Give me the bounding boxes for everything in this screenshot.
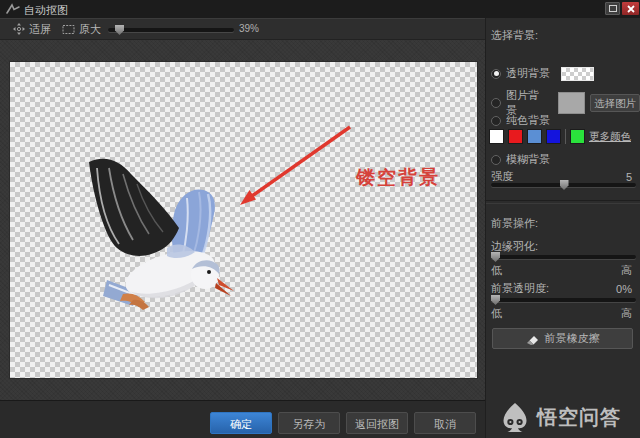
app-logo-icon (6, 3, 20, 17)
choose-image-button[interactable]: 选择图片 (590, 94, 640, 112)
strength-slider-thumb[interactable] (560, 180, 569, 190)
foreground-title: 前景操作: (491, 216, 538, 231)
low-label: 低 (491, 306, 502, 321)
opacity-slider-thumb[interactable] (491, 295, 500, 305)
wukong-logo-icon (500, 402, 530, 432)
color-swatch-blue[interactable] (546, 129, 561, 144)
zoom-slider[interactable] (108, 25, 234, 35)
option-label[interactable]: 纯色背景 (506, 113, 550, 128)
save-as-button[interactable]: 另存为 (278, 412, 340, 434)
color-swatch-red[interactable] (508, 129, 523, 144)
titlebar: 自动抠图 (0, 0, 640, 18)
opacity-slider[interactable] (491, 295, 636, 305)
radio-solid-bg[interactable] (491, 116, 501, 126)
background-panel: 选择背景: 透明背景 图片背景 选择图片 纯色背景 更多颜 (485, 18, 640, 438)
original-size-label: 原大 (79, 22, 101, 37)
footer-bar: 确定 另存为 返回抠图 取消 (0, 400, 485, 438)
fit-screen-icon (13, 23, 25, 35)
more-colors-link[interactable]: 更多颜色 (589, 130, 631, 144)
opacity-slider-track[interactable] (491, 298, 636, 302)
zoom-slider-thumb[interactable] (115, 25, 124, 35)
panel-divider (486, 200, 640, 204)
high-label: 高 (621, 306, 632, 321)
edge-feather-slider-track[interactable] (491, 255, 636, 259)
maximize-button[interactable] (605, 2, 620, 15)
ok-button[interactable]: 确定 (210, 412, 272, 434)
color-swatch-row: 更多颜色 (489, 129, 631, 144)
option-label[interactable]: 模糊背景 (506, 152, 550, 167)
color-swatch-white[interactable] (489, 129, 504, 144)
color-swatch-green[interactable] (570, 129, 585, 144)
section-title: 选择背景: (491, 28, 538, 43)
window-title: 自动抠图 (24, 3, 68, 18)
fit-screen-label: 适屏 (29, 22, 51, 37)
close-button[interactable] (622, 2, 639, 15)
fit-screen-button[interactable]: 适屏 (13, 19, 51, 39)
swatch-divider (565, 129, 566, 144)
opacity-scale: 低 高 (491, 306, 632, 321)
watermark: 悟空问答 (500, 402, 621, 432)
edge-feather-slider-thumb[interactable] (491, 252, 500, 262)
eraser-icon (526, 332, 539, 345)
original-size-icon (62, 24, 75, 35)
low-label: 低 (491, 263, 502, 278)
zoom-slider-track[interactable] (108, 28, 234, 32)
edge-feather-scale: 低 高 (491, 263, 632, 278)
original-size-button[interactable]: 原大 (62, 19, 101, 39)
toolbar: 适屏 原大 39% (0, 18, 485, 40)
back-to-cutout-button[interactable]: 返回抠图 (346, 412, 408, 434)
radio-image-bg[interactable] (491, 98, 501, 108)
annotation-label: 镂空背景 (356, 165, 440, 191)
edge-feather-slider[interactable] (491, 252, 636, 262)
option-label[interactable]: 透明背景 (506, 66, 550, 81)
color-swatch-lightblue[interactable] (527, 129, 542, 144)
image-preview-swatch (558, 92, 585, 114)
zoom-percent: 39% (239, 23, 259, 34)
high-label: 高 (621, 263, 632, 278)
foreground-eraser-button[interactable]: 前景橡皮擦 (492, 328, 633, 349)
opacity-label: 前景透明度: (491, 281, 549, 296)
strength-slider[interactable] (491, 180, 636, 190)
opacity-value: 0% (616, 283, 632, 295)
opacity-row: 前景透明度: 0% (491, 281, 632, 296)
watermark-text: 悟空问答 (537, 404, 621, 431)
option-transparent-bg[interactable]: 透明背景 (491, 66, 594, 81)
option-blur-bg[interactable]: 模糊背景 (491, 152, 550, 167)
annotation-arrow (0, 40, 485, 400)
transparent-preview-swatch (561, 67, 594, 81)
option-solid-bg[interactable]: 纯色背景 (491, 113, 550, 128)
radio-blur-bg[interactable] (491, 155, 501, 165)
auto-cutout-window: 自动抠图 适屏 原大 39% (0, 0, 640, 438)
workspace: 镂空背景 (0, 40, 485, 400)
cancel-button[interactable]: 取消 (414, 412, 476, 434)
radio-transparent-bg[interactable] (491, 69, 501, 79)
